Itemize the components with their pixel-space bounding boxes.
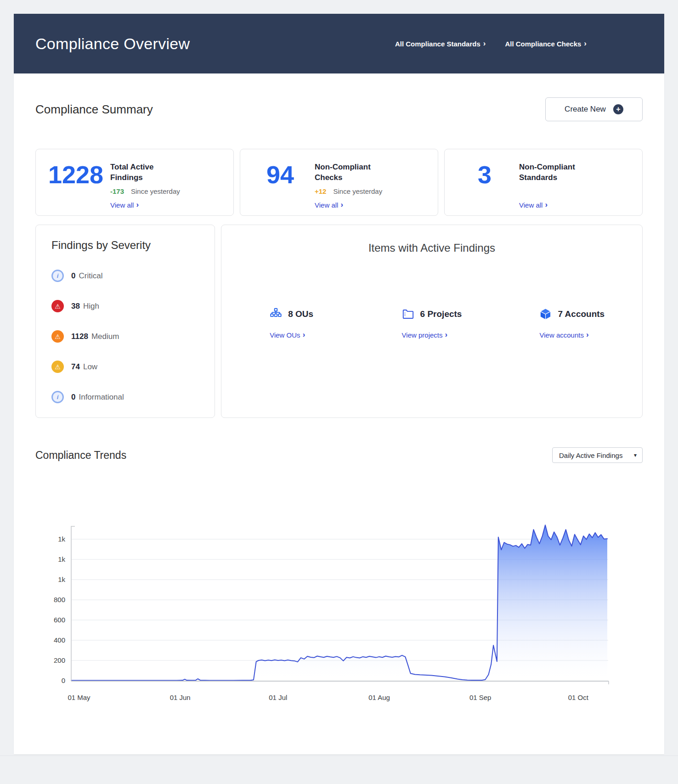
trends-header-row: Compliance Trends Daily Active Findings … <box>35 447 643 463</box>
header-nav: All Compliance Standards › All Complianc… <box>395 40 587 48</box>
accounts-count-label: 7 Accounts <box>558 309 605 319</box>
severity-row-critical: i 0 Critical <box>51 270 199 282</box>
view-all-findings-link[interactable]: View all › <box>110 201 139 209</box>
severity-count: 1128 <box>71 332 88 341</box>
warning-icon: ⚠ <box>51 300 64 312</box>
severity-count: 0 <box>71 271 75 281</box>
stats-row: 1228 Total Active Findings -173 Since ye… <box>35 149 643 216</box>
view-all-checks-link[interactable]: View all › <box>315 201 343 209</box>
chevron-right-icon: › <box>586 331 589 338</box>
warning-icon: ⚠ <box>51 361 64 373</box>
compliance-trends-chart: 1k1k1k800600400200001 May01 Jun01 Jul01 … <box>14 467 664 712</box>
stat-card-total-active-findings: 1228 Total Active Findings -173 Since ye… <box>35 149 234 216</box>
create-new-label: Create New <box>565 105 606 114</box>
findings-by-severity-card: Findings by Severity i 0 Critical ⚠ 38 H… <box>35 225 215 418</box>
findings-by-severity-heading: Findings by Severity <box>51 239 199 252</box>
svg-text:1k: 1k <box>58 555 65 563</box>
page-header: Compliance Overview All Compliance Stand… <box>14 14 664 73</box>
info-icon: i <box>51 391 64 403</box>
severity-row-high: ⚠ 38 High <box>51 300 199 312</box>
warning-icon: ⚠ <box>51 330 64 343</box>
compliance-trends-heading: Compliance Trends <box>35 449 126 462</box>
chevron-right-icon: › <box>445 331 448 338</box>
summary-header-row: Compliance Summary Create New + <box>14 73 664 121</box>
severity-count: 74 <box>71 362 80 372</box>
view-accounts-link[interactable]: View accounts › <box>539 331 588 339</box>
svg-text:200: 200 <box>54 656 65 664</box>
view-ous-link[interactable]: View OUs › <box>270 331 305 339</box>
svg-text:800: 800 <box>54 596 65 604</box>
stat-value: 1228 <box>41 160 110 206</box>
svg-text:01 Jun: 01 Jun <box>170 694 191 701</box>
svg-text:400: 400 <box>54 636 65 644</box>
create-new-button[interactable]: Create New + <box>545 97 643 121</box>
stat-card-non-compliant-checks: 94 Non-Compliant Checks +12 Since yester… <box>240 149 438 216</box>
page-title: Compliance Overview <box>35 35 190 53</box>
all-compliance-standards-link[interactable]: All Compliance Standards › <box>395 40 486 48</box>
content-panel: Compliance Overview All Compliance Stand… <box>14 14 664 754</box>
chevron-right-icon: › <box>303 331 305 338</box>
stat-label: Non-Compliant Checks <box>315 162 390 183</box>
chevron-right-icon: › <box>340 201 343 209</box>
chevron-right-icon: › <box>545 201 548 209</box>
svg-text:01 May: 01 May <box>68 694 90 701</box>
ous-group: 8 OUs View OUs › <box>221 308 362 339</box>
svg-text:1k: 1k <box>58 535 65 543</box>
severity-count: 38 <box>71 302 80 311</box>
severity-label: Informational <box>79 393 124 402</box>
severity-row-low: ⚠ 74 Low <box>51 361 199 373</box>
link-label: All Compliance Checks <box>505 40 581 48</box>
delta-note: Since yesterday <box>131 187 180 195</box>
accounts-group: 7 Accounts View accounts › <box>502 308 642 339</box>
stat-value: 3 <box>450 160 519 206</box>
svg-text:600: 600 <box>54 616 65 624</box>
dropdown-value: Daily Active Findings <box>559 451 622 459</box>
delta-note: Since yesterday <box>333 187 382 195</box>
svg-text:0: 0 <box>62 677 65 684</box>
trend-area-chart: 1k1k1k800600400200001 May01 Jun01 Jul01 … <box>14 467 664 710</box>
severity-label: Medium <box>91 332 119 341</box>
projects-count-label: 6 Projects <box>420 309 462 319</box>
stat-card-non-compliant-standards: 3 Non-Compliant Standards View all › <box>444 149 643 216</box>
svg-text:01 Sep: 01 Sep <box>469 694 492 701</box>
trend-metric-dropdown[interactable]: Daily Active Findings ▾ <box>552 447 643 463</box>
view-projects-link[interactable]: View projects › <box>402 331 448 339</box>
svg-text:1k: 1k <box>58 575 65 583</box>
items-with-active-findings-card: Items with Active Findings <box>221 225 643 418</box>
view-all-standards-link[interactable]: View all › <box>519 201 548 209</box>
link-label: All Compliance Standards <box>395 40 480 48</box>
stat-label: Total Active Findings <box>110 162 186 183</box>
chevron-right-icon: › <box>483 39 486 47</box>
stat-label: Non-Compliant Standards <box>519 162 595 183</box>
severity-label: High <box>83 302 99 311</box>
chevron-right-icon: › <box>136 201 139 209</box>
svg-text:01 Aug: 01 Aug <box>368 694 390 701</box>
plus-icon: + <box>613 104 623 114</box>
info-icon: i <box>51 270 64 282</box>
delta-value: +12 <box>315 187 326 195</box>
severity-label: Low <box>83 362 97 372</box>
severity-row-informational: i 0 Informational <box>51 391 199 403</box>
page-bottom-divider <box>0 756 678 756</box>
chevron-right-icon: › <box>584 39 587 47</box>
cube-icon <box>539 308 552 320</box>
severity-label: Critical <box>79 271 102 281</box>
delta-value: -173 <box>110 187 124 195</box>
all-compliance-checks-link[interactable]: All Compliance Checks › <box>505 40 587 48</box>
svg-text:01 Oct: 01 Oct <box>568 694 589 701</box>
org-tree-icon <box>270 308 282 320</box>
compliance-summary-heading: Compliance Summary <box>35 102 153 117</box>
ous-count-label: 8 OUs <box>288 309 313 319</box>
stat-value: 94 <box>246 160 315 206</box>
items-with-active-findings-heading: Items with Active Findings <box>221 242 642 254</box>
severity-row-medium: ⚠ 1128 Medium <box>51 330 199 343</box>
svg-text:01 Jul: 01 Jul <box>269 694 287 701</box>
middle-row: Findings by Severity i 0 Critical ⚠ 38 H… <box>35 225 643 418</box>
folder-icon <box>402 308 414 320</box>
caret-down-icon: ▾ <box>634 452 637 458</box>
projects-group: 6 Projects View projects › <box>362 308 502 339</box>
severity-count: 0 <box>71 393 75 402</box>
